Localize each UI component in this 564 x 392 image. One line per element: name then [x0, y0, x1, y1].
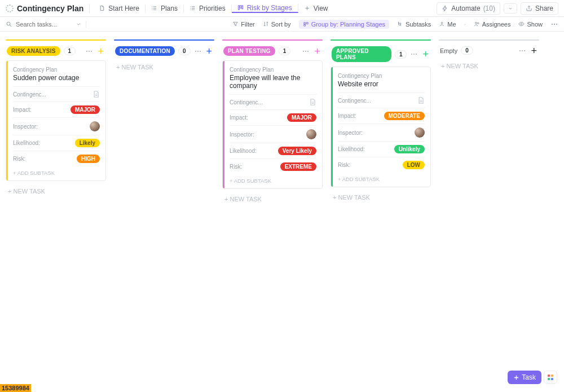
- column-risk-analysis: RISK ANALYSIS 1 + Contingency Plan Sudde…: [6, 39, 106, 198]
- card-accent: [6, 61, 8, 180]
- column-add[interactable]: +: [96, 47, 105, 55]
- search-dropdown[interactable]: [76, 21, 81, 27]
- svg-point-12: [441, 22, 443, 24]
- column-more[interactable]: [85, 47, 93, 55]
- card-breadcrumb: Contingency Plan: [338, 73, 425, 79]
- share-icon: [526, 5, 532, 12]
- new-task[interactable]: + NEW TASK: [114, 60, 214, 74]
- tab-label: Priorities: [199, 5, 226, 12]
- sort-button[interactable]: Sort by: [263, 21, 291, 28]
- column-add[interactable]: +: [313, 47, 321, 55]
- share-button[interactable]: Share: [521, 2, 558, 15]
- inspector-row: Inspector:: [338, 124, 425, 141]
- inspector-row: Inspector:: [230, 125, 316, 143]
- more-options[interactable]: [550, 20, 558, 28]
- risk-badge: LOW: [403, 161, 425, 169]
- filter-icon: [232, 21, 239, 27]
- column-approved-plans: APPROVED PLANS 1 + Contingency Plan Webs…: [331, 39, 431, 204]
- tab-priorities[interactable]: Priorities: [184, 5, 232, 12]
- column-header: PLAN TESTING 1 +: [222, 41, 323, 60]
- risk-badge: EXTREME: [280, 162, 316, 171]
- column-more[interactable]: [518, 47, 526, 55]
- show-label: Show: [527, 21, 543, 28]
- card-accent: [331, 67, 333, 187]
- status-pill: DOCUMENTATION: [115, 46, 175, 56]
- top-bar: Contingency Plan Start HerePlansPrioriti…: [0, 0, 564, 17]
- svg-point-5: [190, 10, 191, 10]
- column-more[interactable]: [302, 47, 310, 55]
- svg-point-11: [400, 24, 401, 25]
- kanban-board: RISK ANALYSIS 1 + Contingency Plan Sudde…: [0, 32, 564, 392]
- task-card[interactable]: Contingency Plan Sudden power outage Con…: [6, 60, 106, 181]
- column-empty: Empty 0 + + NEW TASK: [439, 39, 539, 73]
- task-count: 0: [461, 46, 473, 55]
- separator: ·: [464, 21, 466, 28]
- task-card[interactable]: Contingency Plan Website error Contingen…: [331, 67, 431, 187]
- filter-button[interactable]: Filter: [232, 21, 254, 28]
- id-tag: 15389984: [0, 384, 31, 392]
- column-add[interactable]: +: [205, 47, 214, 55]
- search-wrap: [6, 21, 86, 28]
- new-task-fab[interactable]: Task: [508, 371, 541, 384]
- avatar[interactable]: [306, 129, 316, 139]
- automate-dropdown[interactable]: [504, 3, 517, 14]
- document-icon: [309, 98, 316, 106]
- new-task[interactable]: + NEW TASK: [6, 184, 106, 198]
- avatar[interactable]: [90, 121, 100, 131]
- apps-fab[interactable]: [544, 371, 557, 384]
- page-title: Contingency Plan: [17, 4, 83, 13]
- more-horizontal-icon: [550, 20, 558, 28]
- impact-row: Impact: MAJOR: [13, 102, 100, 117]
- svg-point-25: [303, 51, 304, 52]
- task-card[interactable]: Contingency Plan Employee will leave the…: [222, 60, 323, 189]
- risk-label: Risk:: [338, 162, 350, 168]
- tab-risk-by-stages[interactable]: Risk by Stages: [232, 4, 298, 13]
- add-subtask[interactable]: + ADD SUBTASK: [13, 166, 100, 180]
- board-icon: [237, 5, 244, 11]
- tab-start-here[interactable]: Start Here: [93, 5, 146, 12]
- doc-icon: [99, 5, 105, 11]
- new-task[interactable]: + NEW TASK: [331, 191, 431, 204]
- document-icon: [92, 90, 100, 98]
- impact-label: Impact:: [338, 113, 356, 119]
- column-add[interactable]: +: [421, 50, 430, 58]
- filter-bar: Filter Sort by Group by: Planning Stages…: [0, 17, 564, 32]
- add-subtask[interactable]: + ADD SUBTASK: [230, 174, 316, 188]
- sort-icon: [263, 21, 269, 27]
- title-cell: Contingency Plan: [6, 4, 90, 13]
- group-icon: [303, 21, 309, 27]
- people-icon: [474, 21, 480, 27]
- likelihood-label: Likelihood:: [13, 140, 40, 146]
- new-task[interactable]: + NEW TASK: [439, 59, 539, 73]
- svg-point-20: [89, 51, 90, 52]
- search-input[interactable]: [16, 21, 72, 28]
- column-more[interactable]: [410, 50, 418, 58]
- add-subtask[interactable]: + ADD SUBTASK: [338, 173, 425, 187]
- svg-point-32: [522, 50, 523, 51]
- automate-label: Automate: [451, 5, 480, 12]
- sort-label: Sort by: [271, 21, 291, 28]
- me-button[interactable]: Me: [439, 21, 456, 28]
- column-add[interactable]: +: [530, 47, 538, 55]
- column-header: RISK ANALYSIS 1 +: [6, 41, 106, 60]
- likelihood-row: Likelihood: Unlikely: [338, 141, 425, 157]
- task-count: 0: [178, 47, 191, 55]
- risk-row: Risk: EXTREME: [230, 158, 316, 174]
- automate-count: (10): [483, 5, 495, 12]
- column-more[interactable]: [194, 47, 202, 55]
- tab-plans[interactable]: Plans: [146, 5, 184, 12]
- sector-row: Contingenc...: [230, 94, 316, 109]
- svg-point-13: [475, 22, 477, 24]
- task-count: 1: [64, 47, 76, 55]
- avatar[interactable]: [415, 127, 425, 138]
- automate-button[interactable]: Automate (10): [437, 2, 500, 15]
- svg-point-33: [525, 50, 526, 51]
- sector-value: Contingenc...: [230, 99, 263, 105]
- tab-view[interactable]: View: [298, 5, 334, 12]
- subtasks-button[interactable]: Subtasks: [397, 21, 431, 28]
- assignees-label: Assignees: [482, 21, 511, 28]
- group-button[interactable]: Group by: Planning Stages: [299, 20, 389, 29]
- show-button[interactable]: Show: [518, 21, 543, 28]
- assignees-button[interactable]: Assignees: [474, 21, 511, 28]
- new-task[interactable]: + NEW TASK: [222, 192, 323, 206]
